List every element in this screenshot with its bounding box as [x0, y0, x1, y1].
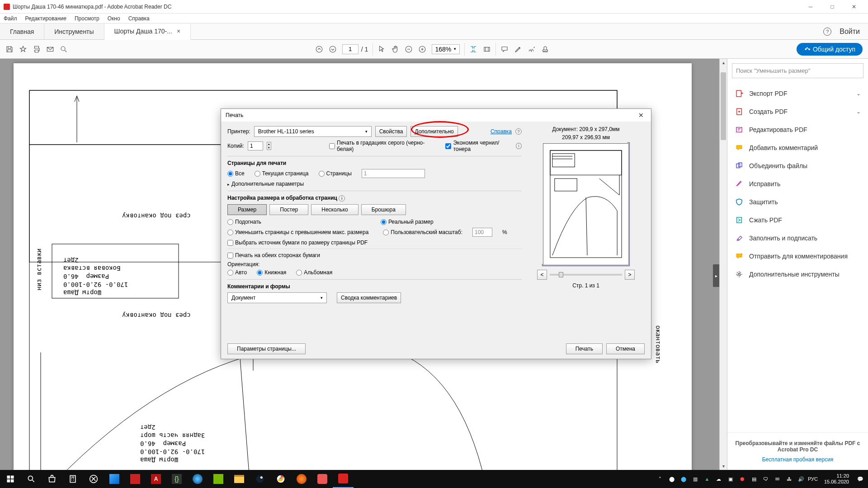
- stamp-icon[interactable]: [541, 45, 549, 53]
- highlight-icon[interactable]: [514, 45, 522, 53]
- vertical-scrollbar[interactable]: ▴ ▾: [719, 59, 727, 470]
- sign-icon[interactable]: [528, 45, 536, 53]
- tray-icon[interactable]: ▤: [750, 475, 758, 483]
- xbox-icon[interactable]: [83, 470, 104, 488]
- menu-view[interactable]: Просмотр: [75, 15, 99, 22]
- tool-comment[interactable]: Добавить комментарий: [727, 139, 868, 157]
- app-icon[interactable]: [208, 470, 229, 488]
- fit-radio[interactable]: Подогнать: [227, 219, 261, 225]
- help-info-icon[interactable]: ?: [515, 128, 522, 135]
- help-icon[interactable]: ?: [823, 28, 831, 36]
- printer-dropdown[interactable]: Brother HL-1110 series▾: [254, 126, 372, 137]
- page-input[interactable]: [342, 44, 359, 54]
- menu-file[interactable]: Файл: [4, 15, 17, 22]
- maximize-button[interactable]: □: [822, 0, 843, 14]
- orient-portrait-radio[interactable]: Книжная: [257, 269, 286, 276]
- acrobat-icon[interactable]: [333, 470, 354, 488]
- volume-icon[interactable]: 🔊: [797, 475, 805, 483]
- tool-fill-sign[interactable]: Заполнить и подписать: [727, 229, 868, 247]
- expand-icon[interactable]: ▸: [227, 182, 230, 187]
- tool-compress[interactable]: Сжать PDF: [727, 211, 868, 229]
- properties-button[interactable]: Свойства: [375, 126, 407, 137]
- share-button[interactable]: Общий доступ: [797, 43, 863, 56]
- tool-protect[interactable]: Защитить: [727, 193, 868, 211]
- copies-spinner[interactable]: ▴▾: [267, 142, 271, 150]
- app-icon[interactable]: [125, 470, 146, 488]
- print-button[interactable]: Печать: [566, 343, 603, 354]
- menu-edit[interactable]: Редактирование: [25, 15, 66, 22]
- booklet-tab[interactable]: Брошюра: [361, 204, 406, 215]
- star-icon[interactable]: [19, 45, 27, 53]
- network-icon[interactable]: 🖧: [785, 475, 793, 483]
- duplex-checkbox[interactable]: Печать на обеих сторонах бумаги: [227, 252, 522, 258]
- shrink-radio[interactable]: Уменьшить страницы с превышением макс. р…: [227, 229, 368, 235]
- minimize-button[interactable]: ─: [800, 0, 821, 14]
- tray-icon[interactable]: ▥: [691, 475, 699, 483]
- zoom-in-icon[interactable]: [418, 45, 426, 53]
- tab-tools[interactable]: Инструменты: [44, 23, 104, 39]
- tray-icon[interactable]: ✉: [774, 475, 782, 483]
- tab-home[interactable]: Главная: [0, 23, 44, 39]
- info-icon[interactable]: i: [339, 195, 345, 202]
- size-tab[interactable]: Размер: [227, 204, 267, 215]
- calculator-icon[interactable]: [62, 470, 83, 488]
- tool-redact[interactable]: Исправить: [727, 175, 868, 193]
- tool-combine[interactable]: Объединить файлы: [727, 157, 868, 175]
- tray-icon[interactable]: ⬤: [668, 475, 676, 483]
- comments-summary-button[interactable]: Сводка комментариев: [337, 292, 401, 303]
- inksave-checkbox[interactable]: Экономия чернил/тонера: [445, 140, 512, 152]
- search-taskbar-icon[interactable]: [21, 470, 42, 488]
- trial-link[interactable]: Бесплатная пробная версия: [762, 456, 834, 463]
- pages-range-radio[interactable]: Страницы: [319, 170, 352, 177]
- clock[interactable]: 11:20 15.06.2020: [821, 473, 853, 485]
- language-indicator[interactable]: РУС: [809, 475, 817, 483]
- app-icon[interactable]: [312, 470, 333, 488]
- pointer-icon[interactable]: [377, 45, 386, 53]
- orient-landscape-radio[interactable]: Альбомная: [296, 269, 332, 276]
- start-button[interactable]: [0, 470, 21, 488]
- tool-edit-pdf[interactable]: Редактировать PDF: [727, 121, 868, 139]
- fit-page-icon[interactable]: [483, 45, 491, 53]
- menu-window[interactable]: Окно: [108, 15, 120, 22]
- tray-icon[interactable]: ▲: [703, 475, 711, 483]
- tray-icon[interactable]: ☁: [715, 475, 723, 483]
- info-icon[interactable]: i: [516, 143, 522, 149]
- fit-width-icon[interactable]: [469, 45, 477, 53]
- pages-all-radio[interactable]: Все: [227, 170, 245, 177]
- tool-more[interactable]: Дополнительные инструменты: [727, 265, 868, 283]
- explorer-icon[interactable]: [229, 470, 250, 488]
- search-icon[interactable]: [60, 45, 68, 53]
- preview-slider[interactable]: [550, 274, 622, 276]
- more-params-toggle[interactable]: Дополнительные параметры: [231, 181, 304, 187]
- tool-send-review[interactable]: Отправить для комментирования: [727, 247, 868, 265]
- tray-icon[interactable]: ⬢: [738, 475, 746, 483]
- login-link[interactable]: Войти: [840, 28, 860, 36]
- comment-icon[interactable]: [500, 45, 509, 53]
- steam-icon[interactable]: [250, 470, 270, 488]
- tab-close-icon[interactable]: ×: [177, 28, 180, 35]
- grayscale-checkbox[interactable]: Печать в градациях серого (черно-белая): [329, 140, 434, 152]
- multiple-tab[interactable]: Несколько: [311, 204, 358, 215]
- app-icon[interactable]: {}: [166, 470, 187, 488]
- help-link[interactable]: Справка: [491, 128, 512, 135]
- tab-document[interactable]: Шорты Даша 170-... ×: [104, 23, 191, 40]
- orient-auto-radio[interactable]: Авто: [227, 269, 247, 276]
- print-icon[interactable]: [33, 45, 41, 53]
- zoom-dropdown[interactable]: 168% ▼: [432, 44, 460, 54]
- save-icon[interactable]: [5, 45, 14, 53]
- firefox-icon[interactable]: [291, 470, 312, 488]
- advanced-button[interactable]: Дополнительно: [410, 126, 458, 137]
- customscale-input[interactable]: [472, 228, 492, 237]
- app-icon[interactable]: [104, 470, 125, 488]
- tool-export-pdf[interactable]: Экспорт PDF⌄: [727, 84, 868, 103]
- preview-prev-button[interactable]: <: [537, 270, 547, 280]
- cancel-button[interactable]: Отмена: [606, 343, 645, 354]
- tray-chevron-icon[interactable]: ˄: [656, 475, 664, 483]
- copies-input[interactable]: [248, 141, 263, 150]
- preview-next-button[interactable]: >: [625, 270, 635, 280]
- scroll-down-arrow[interactable]: ▾: [720, 462, 727, 470]
- scroll-thumb[interactable]: [721, 72, 726, 140]
- close-button[interactable]: ✕: [844, 0, 864, 14]
- mail-icon[interactable]: [46, 45, 54, 53]
- comments-dropdown[interactable]: Документ▾: [227, 292, 327, 303]
